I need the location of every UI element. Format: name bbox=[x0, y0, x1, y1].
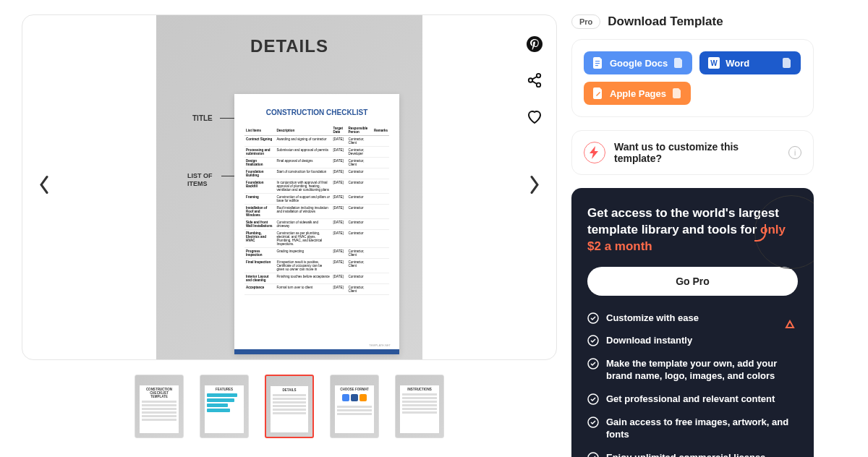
preview-image: DETAILS TITLE LIST OF ITEMS CONSTRUCTION… bbox=[156, 14, 422, 360]
table-row: FramingConstruction of support and pilla… bbox=[244, 194, 389, 205]
annotation-list: LIST OF ITEMS bbox=[187, 172, 213, 188]
table-header: List Items bbox=[244, 125, 275, 136]
svg-rect-4 bbox=[595, 61, 600, 61]
template-preview: DETAILS TITLE LIST OF ITEMS CONSTRUCTION… bbox=[22, 14, 557, 360]
check-icon bbox=[587, 312, 599, 324]
table-row: Final InspectionIf inspection result is … bbox=[244, 259, 389, 273]
thumbnail-label: DETAILS bbox=[273, 388, 306, 392]
feature-item: Download instantly bbox=[587, 334, 798, 347]
gdocs-label: Google Docs bbox=[610, 58, 668, 69]
table-header: Target Date bbox=[332, 125, 347, 136]
feature-item: Customize with ease bbox=[587, 312, 798, 325]
document-page: CONSTRUCTION CHECKLIST List ItemsDescrip… bbox=[234, 94, 399, 354]
word-icon: W bbox=[708, 57, 720, 69]
pages-icon bbox=[592, 87, 604, 99]
customize-text: Want us to customize this template? bbox=[614, 141, 780, 164]
preview-header: DETAILS bbox=[156, 36, 422, 56]
pinterest-icon[interactable] bbox=[526, 35, 543, 53]
feature-item: Make the template your own, add your bra… bbox=[587, 357, 798, 383]
table-header: Remarks bbox=[373, 125, 389, 136]
feature-item: Get professional and relevant content bbox=[587, 393, 798, 406]
next-arrow[interactable] bbox=[529, 175, 540, 200]
checklist-table: List ItemsDescriptionTarget DateResponsi… bbox=[244, 125, 389, 295]
thumbnail-label: CONSTRUCTION CHECKLIST TEMPLATE bbox=[142, 388, 176, 398]
svg-rect-5 bbox=[595, 63, 600, 64]
gdocs-icon bbox=[592, 57, 604, 69]
thumbnail-label: INSTRUCTIONS bbox=[402, 388, 437, 391]
check-icon bbox=[587, 452, 599, 457]
thumbnail-label: FEATURES bbox=[207, 388, 242, 391]
thumbnail[interactable]: INSTRUCTIONS bbox=[395, 375, 444, 438]
check-icon bbox=[587, 393, 599, 405]
feature-item: Enjoy unlimited commercial license bbox=[587, 451, 798, 457]
svg-point-14 bbox=[588, 453, 598, 457]
check-icon bbox=[587, 417, 599, 428]
word-button[interactable]: W Word bbox=[699, 51, 801, 74]
table-row: Contract SigningAwarding and signing of … bbox=[244, 136, 389, 147]
doc-title: CONSTRUCTION CHECKLIST bbox=[244, 108, 389, 116]
bolt-icon bbox=[584, 142, 605, 163]
svg-point-1 bbox=[537, 74, 541, 78]
triangle-icon bbox=[785, 320, 793, 328]
info-icon[interactable]: i bbox=[788, 146, 801, 159]
thumbnail[interactable]: CONSTRUCTION CHECKLIST TEMPLATE bbox=[135, 375, 184, 438]
thumbnail[interactable]: DETAILS bbox=[265, 375, 314, 438]
download-panel: Google Docs W Word Apple Pages bbox=[571, 39, 814, 117]
download-icon bbox=[782, 58, 792, 68]
svg-text:W: W bbox=[710, 59, 718, 67]
table-row: Foundation BuildingStart of construction… bbox=[244, 168, 389, 179]
check-icon bbox=[587, 358, 599, 370]
prev-arrow[interactable] bbox=[38, 175, 50, 200]
download-icon bbox=[672, 88, 682, 98]
table-row: Processing and submissionSubmission and … bbox=[244, 147, 389, 158]
favorite-icon[interactable] bbox=[526, 108, 543, 125]
pro-badge: Pro bbox=[571, 14, 600, 29]
pro-card: Get access to the world's largest templa… bbox=[571, 188, 814, 457]
pro-title: Get access to the world's largest templa… bbox=[587, 205, 798, 255]
customize-row[interactable]: Want us to customize this template? i bbox=[571, 130, 814, 175]
table-row: Installation of Roof and WindowsRoof ins… bbox=[244, 205, 389, 219]
thumbnail-label: CHOOSE FORMAT bbox=[337, 388, 372, 391]
svg-rect-6 bbox=[595, 65, 598, 66]
check-icon bbox=[587, 335, 599, 346]
download-heading: Download Template bbox=[608, 14, 723, 29]
google-docs-button[interactable]: Google Docs bbox=[584, 51, 692, 74]
svg-point-3 bbox=[537, 83, 541, 87]
word-label: Word bbox=[726, 58, 749, 69]
thumbnail-strip: CONSTRUCTION CHECKLIST TEMPLATEFEATURESD… bbox=[22, 375, 557, 438]
feature-item: Gain access to free images, artwork, and… bbox=[587, 416, 798, 441]
apple-pages-button[interactable]: Apple Pages bbox=[584, 82, 691, 105]
svg-point-2 bbox=[529, 78, 533, 82]
thumbnail[interactable]: FEATURES bbox=[200, 375, 249, 438]
table-row: Design finalizationFinal approval of des… bbox=[244, 158, 389, 168]
go-pro-button[interactable]: Go Pro bbox=[587, 267, 798, 296]
table-row: Side and front Wall InstallationsConstru… bbox=[244, 219, 389, 230]
download-icon bbox=[673, 58, 684, 68]
table-header: Description bbox=[275, 125, 331, 136]
table-row: Interior Layout and cleaningFinishing to… bbox=[244, 273, 389, 284]
table-row: AcceptanceFormal turn over to client[DAT… bbox=[244, 284, 389, 295]
thumbnail[interactable]: CHOOSE FORMAT bbox=[330, 375, 379, 438]
watermark: TEMPLATE.NET bbox=[369, 343, 391, 347]
table-header: Responsible Person bbox=[347, 125, 373, 136]
table-row: Progress InspectionGrading inspecting[DA… bbox=[244, 248, 389, 259]
share-icon[interactable] bbox=[526, 72, 543, 89]
pages-label: Apple Pages bbox=[610, 88, 666, 99]
annotation-title: TITLE bbox=[192, 114, 213, 122]
table-row: Foundation BackfillIn conjunction with a… bbox=[244, 179, 389, 194]
table-row: Plumbing, Electrics and HVACConstruction… bbox=[244, 230, 389, 248]
